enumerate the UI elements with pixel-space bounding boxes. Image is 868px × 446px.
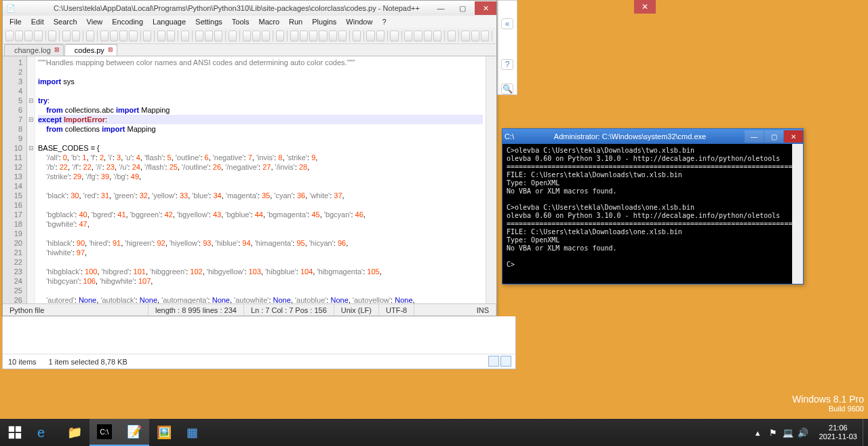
toolbar-icon[interactable] [424, 31, 432, 41]
fold-gutter[interactable]: ⊟⊟⊟ [27, 56, 35, 303]
help-icon[interactable]: ? [501, 59, 513, 70]
menu-tools[interactable]: Tools [228, 17, 254, 26]
toolbar-icon[interactable] [252, 31, 260, 41]
npp-editor[interactable]: 1234567891011121314151617181920212223242… [3, 56, 496, 303]
menu-edit[interactable]: Edit [27, 17, 48, 26]
npp-titlebar[interactable]: 📄 C:\Users\tekla\AppData\Local\Programs\… [3, 1, 496, 16]
toolbar-icon[interactable] [167, 31, 175, 41]
toolbar-icon[interactable] [262, 31, 270, 41]
toolbar-icon[interactable] [433, 31, 441, 41]
toolbar-icon[interactable] [48, 31, 56, 41]
toolbar-icon[interactable] [100, 31, 108, 41]
cmd-titlebar[interactable]: C:\ Administrator: C:\Windows\system32\c… [502, 129, 803, 144]
status-eol: Unix (LF) [334, 304, 379, 316]
toolbar-icon[interactable] [461, 31, 469, 41]
cmd-scrollbar[interactable] [792, 144, 803, 284]
toolbar-icon[interactable] [276, 31, 284, 41]
tab-codes-py[interactable]: codes.py⊠ [64, 44, 117, 56]
chevron-icon[interactable]: « [501, 18, 513, 29]
tab-change-log[interactable]: change.log⊠ [4, 44, 64, 56]
close-button[interactable]: ✕ [475, 1, 496, 15]
toolbar-icon[interactable] [404, 31, 412, 41]
toolbar-icon[interactable] [15, 31, 23, 41]
start-button[interactable] [0, 419, 30, 446]
toolbar-icon[interactable] [143, 31, 151, 41]
taskbar-explorer-icon[interactable]: 📁 [60, 419, 90, 446]
menu-window[interactable]: Window [342, 17, 376, 26]
toolbar-icon[interactable] [24, 31, 33, 41]
svg-rect-1 [16, 426, 21, 432]
toolbar-icon[interactable] [72, 31, 80, 41]
tray-volume-icon[interactable]: 🔊 [797, 427, 808, 438]
menu-macro[interactable]: Macro [254, 17, 283, 26]
menu-plugins[interactable]: Plugins [308, 17, 340, 26]
menu-run[interactable]: Run [285, 17, 307, 26]
cmd-minimize-button[interactable]: — [745, 130, 764, 143]
view-large-icon[interactable] [500, 356, 511, 367]
menu-settings[interactable]: Settings [191, 17, 226, 26]
cmd-close-button[interactable]: ✕ [784, 130, 803, 143]
toolbar-icon[interactable] [86, 31, 94, 41]
taskbar-app-icon[interactable]: ▦ [179, 419, 209, 446]
svg-rect-0 [9, 426, 14, 432]
toolbar-icon[interactable] [471, 31, 479, 41]
tab-close-icon[interactable]: ⊠ [54, 46, 61, 53]
taskbar-notepadpp-icon[interactable]: 📝 [119, 419, 149, 446]
toolbar-icon[interactable] [214, 31, 222, 41]
toolbar-icon[interactable] [338, 31, 347, 41]
toolbar-icon[interactable] [119, 31, 127, 41]
toolbar-icon[interactable] [390, 31, 398, 41]
toolbar-icon[interactable] [5, 31, 14, 41]
toolbar-icon[interactable] [366, 31, 374, 41]
vertical-scrollbar[interactable] [486, 56, 496, 303]
toolbar-icon[interactable] [319, 31, 327, 41]
code-area[interactable]: """Handles mapping between color names a… [35, 56, 486, 303]
toolbar-icon[interactable] [376, 31, 384, 41]
tray-chevron-icon[interactable]: ▴ [753, 427, 764, 438]
toolbar-icon[interactable] [329, 31, 337, 41]
toolbar-icon[interactable] [195, 31, 203, 41]
explorer-strip: 10 items 1 item selected 8,78 KB [2, 316, 516, 369]
toolbar-icon[interactable] [448, 31, 456, 41]
system-tray[interactable]: ▴ ⚑ 💻 🔊 [747, 427, 814, 438]
background-window-close[interactable]: ✕ [634, 0, 656, 14]
toolbar-icon[interactable] [309, 31, 317, 41]
right-panel: « ? 🔍 [497, 0, 517, 95]
cmd-terminal[interactable]: C>olevba C:\Users\tekla\Downloads\two.xl… [502, 144, 792, 284]
toolbar-icon[interactable] [300, 31, 308, 41]
taskbar-ie-icon[interactable]: e [30, 419, 60, 446]
toolbar-icon[interactable] [110, 31, 118, 41]
toolbar-icon[interactable] [181, 31, 189, 41]
toolbar-icon[interactable] [290, 31, 298, 41]
show-desktop-button[interactable] [863, 419, 868, 446]
cmd-maximize-button[interactable]: ▢ [764, 130, 783, 143]
toolbar-icon[interactable] [481, 31, 489, 41]
search-icon[interactable]: 🔍 [501, 83, 513, 94]
toolbar-icon[interactable] [62, 31, 71, 41]
menu-file[interactable]: File [5, 17, 26, 26]
toolbar-icon[interactable] [129, 31, 137, 41]
minimize-button[interactable]: — [430, 1, 452, 15]
toolbar-icon[interactable] [353, 31, 361, 41]
toolbar-icon[interactable] [205, 31, 213, 41]
tray-flag-icon[interactable]: ⚑ [768, 427, 778, 438]
menu-language[interactable]: Language [149, 17, 190, 26]
tray-network-icon[interactable]: 💻 [783, 427, 793, 438]
menu-search[interactable]: Search [50, 17, 81, 26]
menu-encoding[interactable]: Encoding [108, 17, 147, 26]
toolbar-icon[interactable] [243, 31, 251, 41]
taskbar-cmd-icon[interactable]: C:\ [90, 419, 119, 446]
menu-?[interactable]: ? [378, 17, 390, 26]
app-icon: 📄 [5, 4, 16, 13]
toolbar-icon[interactable] [229, 31, 237, 41]
maximize-button[interactable]: ▢ [452, 1, 473, 15]
taskbar-paint-icon[interactable]: 🖼️ [149, 419, 179, 446]
toolbar-icon[interactable] [414, 31, 422, 41]
status-ins: INS [470, 304, 496, 316]
taskbar-clock[interactable]: 21:06 2021-11-03 [814, 424, 863, 441]
toolbar-icon[interactable] [34, 31, 42, 41]
tab-close-icon[interactable]: ⊠ [108, 46, 115, 53]
toolbar-icon[interactable] [157, 31, 165, 41]
menu-view[interactable]: View [83, 17, 107, 26]
view-details-icon[interactable] [488, 356, 499, 367]
